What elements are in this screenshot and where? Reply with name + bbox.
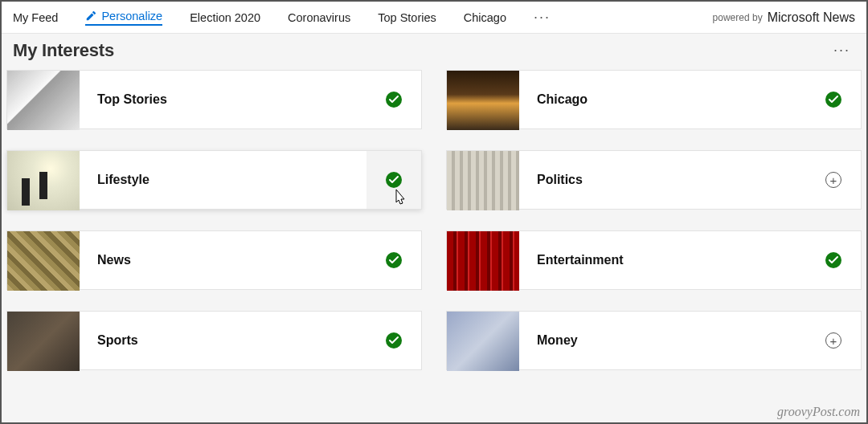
- interest-toggle-selected[interactable]: [366, 151, 421, 209]
- interests-grid: Top StoriesChicagoLifestylePolitics+News…: [2, 70, 866, 378]
- interest-toggle-selected[interactable]: [366, 231, 421, 289]
- interest-thumbnail: [7, 151, 80, 210]
- interest-thumbnail: [447, 151, 519, 210]
- tab-chicago[interactable]: Chicago: [464, 11, 506, 24]
- check-icon: [386, 252, 402, 268]
- interest-card[interactable]: Sports: [6, 311, 422, 370]
- check-icon: [386, 172, 402, 188]
- pencil-icon: [85, 10, 96, 22]
- powered-by-prefix: powered by: [713, 12, 763, 23]
- interest-label: Politics: [519, 151, 806, 209]
- interest-toggle-add[interactable]: +: [806, 151, 861, 209]
- interest-label: Entertainment: [519, 231, 806, 289]
- tab-bar: My Feed Personalize Election 2020 Corona…: [2, 2, 866, 34]
- interest-thumbnail: [7, 231, 80, 291]
- interest-thumbnail: [447, 231, 519, 291]
- tab-label: Personalize: [101, 10, 162, 22]
- interest-card[interactable]: Politics+: [446, 150, 862, 210]
- interest-label: Lifestyle: [80, 151, 366, 209]
- interest-label: Top Stories: [80, 71, 366, 128]
- tab-my-feed[interactable]: My Feed: [13, 11, 58, 24]
- interest-label: Sports: [80, 312, 366, 369]
- plus-icon: +: [825, 172, 841, 188]
- interest-card[interactable]: Entertainment: [446, 230, 862, 290]
- powered-by-brand: Microsoft News: [768, 10, 855, 25]
- interest-card[interactable]: News: [6, 230, 422, 290]
- interest-thumbnail: [7, 312, 80, 371]
- tab-personalize[interactable]: Personalize: [85, 10, 162, 26]
- check-icon: [386, 92, 402, 108]
- interest-thumbnail: [7, 71, 80, 130]
- page-title: My Interests: [13, 40, 114, 61]
- interest-toggle-add[interactable]: +: [806, 312, 861, 369]
- tab-coronavirus[interactable]: Coronavirus: [288, 11, 350, 24]
- powered-by: powered by Microsoft News: [713, 2, 855, 34]
- page-more-icon[interactable]: ···: [829, 39, 855, 62]
- check-icon: [386, 332, 402, 349]
- interest-card[interactable]: Top Stories: [6, 70, 422, 129]
- check-icon: [825, 92, 841, 108]
- interest-card[interactable]: Money+: [446, 311, 862, 370]
- interest-toggle-selected[interactable]: [366, 312, 421, 369]
- interest-toggle-selected[interactable]: [366, 71, 421, 128]
- interest-thumbnail: [447, 71, 519, 130]
- interest-label: News: [80, 231, 366, 289]
- plus-icon: +: [825, 332, 841, 349]
- interest-toggle-selected[interactable]: [806, 71, 861, 128]
- tabs-more-icon[interactable]: ···: [534, 9, 551, 26]
- interest-card[interactable]: Chicago: [446, 70, 862, 129]
- tab-top-stories[interactable]: Top Stories: [378, 11, 436, 24]
- check-icon: [825, 252, 841, 268]
- watermark: groovyPost.com: [777, 405, 860, 419]
- interest-label: Money: [519, 312, 806, 369]
- tab-election-2020[interactable]: Election 2020: [190, 11, 260, 24]
- interest-toggle-selected[interactable]: [806, 231, 861, 289]
- interest-thumbnail: [447, 312, 519, 371]
- interest-card[interactable]: Lifestyle: [6, 150, 422, 210]
- interest-label: Chicago: [519, 71, 806, 128]
